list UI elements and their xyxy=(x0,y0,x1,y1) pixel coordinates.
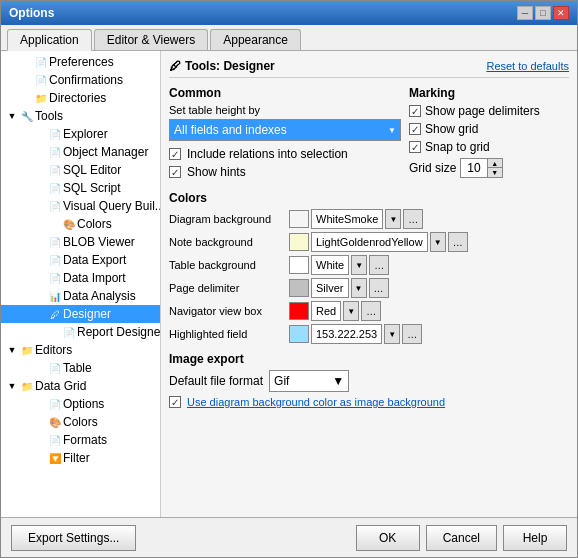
sidebar-item-editors[interactable]: ▼ 📁 Editors xyxy=(1,341,160,359)
help-button[interactable]: Help xyxy=(503,525,567,551)
show-page-delimiters-label[interactable]: Show page delimiters xyxy=(425,104,540,118)
set-table-height-dropdown[interactable]: All fields and indexes ▼ xyxy=(169,119,401,141)
color-row-navigator-view: Navigator view box Red ▼ … xyxy=(169,301,569,321)
window-controls: ─ □ ✕ xyxy=(517,6,569,20)
export-settings-button[interactable]: Export Settings... xyxy=(11,525,136,551)
set-table-height-row: All fields and indexes ▼ xyxy=(169,119,401,141)
dg-filter-icon: 🔽 xyxy=(47,450,63,466)
maximize-button[interactable]: □ xyxy=(535,6,551,20)
color-row-note-bg: Note background LightGoldenrodYellow ▼ … xyxy=(169,232,569,252)
sidebar-item-preferences[interactable]: 📄 Preferences xyxy=(1,53,160,71)
sidebar-item-data-import[interactable]: 📄 Data Import xyxy=(1,269,160,287)
highlighted-more-btn[interactable]: … xyxy=(402,324,422,344)
diagram-bg-color-row: WhiteSmoke ▼ … xyxy=(289,209,423,229)
spinner-down-button[interactable]: ▼ xyxy=(488,168,502,177)
dg-options-icon: 📄 xyxy=(47,396,63,412)
tools-icon: 🔧 xyxy=(19,108,35,124)
highlighted-swatch xyxy=(289,325,309,343)
note-bg-more-btn[interactable]: … xyxy=(448,232,468,252)
window-title: Options xyxy=(9,6,54,20)
sidebar-item-visual-query[interactable]: 📄 Visual Query Buil... xyxy=(1,197,160,215)
include-relations-checkbox[interactable] xyxy=(169,148,181,160)
expand-icon xyxy=(33,199,47,213)
navigator-view-more-btn[interactable]: … xyxy=(361,301,381,321)
grid-size-spinner[interactable]: 10 ▲ ▼ xyxy=(460,158,502,178)
options-window: Options ─ □ ✕ Application Editor & Viewe… xyxy=(0,0,578,558)
sidebar-item-data-grid[interactable]: ▼ 📁 Data Grid xyxy=(1,377,160,395)
content-title: 🖊 Tools: Designer xyxy=(169,59,275,73)
page-delim-value: Silver xyxy=(311,278,349,298)
navigator-view-dropdown-btn[interactable]: ▼ xyxy=(343,301,359,321)
include-relations-label[interactable]: Include relations into selection xyxy=(187,147,348,161)
table-bg-more-btn[interactable]: … xyxy=(369,255,389,275)
expand-icon xyxy=(33,253,47,267)
tab-appearance[interactable]: Appearance xyxy=(210,29,301,50)
snap-to-grid-label[interactable]: Snap to grid xyxy=(425,140,490,154)
diagram-bg-more-btn[interactable]: … xyxy=(403,209,423,229)
show-grid-label[interactable]: Show grid xyxy=(425,122,478,136)
close-button[interactable]: ✕ xyxy=(553,6,569,20)
show-hints-checkbox[interactable] xyxy=(169,166,181,178)
sidebar-item-sql-editor[interactable]: 📄 SQL Editor xyxy=(1,161,160,179)
sidebar: 📄 Preferences 📄 Confirmations 📁 Director… xyxy=(1,51,161,517)
sidebar-item-data-export[interactable]: 📄 Data Export xyxy=(1,251,160,269)
dropdown-arrow-icon: ▼ xyxy=(388,126,396,135)
page-delim-label: Page delimiter xyxy=(169,282,289,294)
grid-size-row: Grid size 10 ▲ ▼ xyxy=(409,158,569,178)
use-diagram-bg-label[interactable]: Use diagram background color as image ba… xyxy=(187,396,445,408)
highlighted-dropdown-btn[interactable]: ▼ xyxy=(384,324,400,344)
reset-defaults-link[interactable]: Reset to defaults xyxy=(486,60,569,72)
note-bg-dropdown-btn[interactable]: ▼ xyxy=(430,232,446,252)
sidebar-item-vq-colors[interactable]: 🎨 Colors xyxy=(1,215,160,233)
ok-button[interactable]: OK xyxy=(356,525,420,551)
show-hints-label[interactable]: Show hints xyxy=(187,165,246,179)
sidebar-item-data-analysis[interactable]: 📊 Data Analysis xyxy=(1,287,160,305)
image-export-section: Image export Default file format Gif ▼ U… xyxy=(169,352,569,408)
sidebar-item-dg-options[interactable]: 📄 Options xyxy=(1,395,160,413)
content-header: 🖊 Tools: Designer Reset to defaults xyxy=(169,59,569,78)
expand-icon xyxy=(19,91,33,105)
cancel-button[interactable]: Cancel xyxy=(426,525,497,551)
sidebar-item-dg-formats[interactable]: 📄 Formats xyxy=(1,431,160,449)
diagram-bg-dropdown-btn[interactable]: ▼ xyxy=(385,209,401,229)
expand-icon xyxy=(33,181,47,195)
data-grid-expand-icon: ▼ xyxy=(5,379,19,393)
sidebar-item-dg-filter[interactable]: 🔽 Filter xyxy=(1,449,160,467)
sidebar-item-table[interactable]: 📄 Table xyxy=(1,359,160,377)
colors-icon: 🎨 xyxy=(61,216,77,232)
color-row-page-delim: Page delimiter Silver ▼ … xyxy=(169,278,569,298)
sidebar-item-confirmations[interactable]: 📄 Confirmations xyxy=(1,71,160,89)
use-diagram-bg-checkbox[interactable] xyxy=(169,396,181,408)
sidebar-item-explorer[interactable]: 📄 Explorer xyxy=(1,125,160,143)
sidebar-item-sql-script[interactable]: 📄 SQL Script xyxy=(1,179,160,197)
sidebar-item-dg-colors[interactable]: 🎨 Colors xyxy=(1,413,160,431)
visual-query-icon: 📄 xyxy=(47,198,63,214)
tab-editor-viewers[interactable]: Editor & Viewers xyxy=(94,29,208,50)
sidebar-item-object-manager[interactable]: 📄 Object Manager xyxy=(1,143,160,161)
page-delim-dropdown-btn[interactable]: ▼ xyxy=(351,278,367,298)
common-marking-section: Common Set table height by All fields an… xyxy=(169,86,569,183)
footer-left: Export Settings... xyxy=(11,525,136,551)
show-grid-checkbox[interactable] xyxy=(409,123,421,135)
table-bg-dropdown-btn[interactable]: ▼ xyxy=(351,255,367,275)
page-delim-more-btn[interactable]: … xyxy=(369,278,389,298)
sidebar-item-report-designer[interactable]: 📄 Report Designer xyxy=(1,323,160,341)
sidebar-item-designer[interactable]: 🖊 Designer xyxy=(1,305,160,323)
sidebar-item-tools[interactable]: ▼ 🔧 Tools xyxy=(1,107,160,125)
snap-to-grid-checkbox[interactable] xyxy=(409,141,421,153)
color-row-highlighted: Highlighted field 153.222.253 ▼ … xyxy=(169,324,569,344)
navigator-view-color-row: Red ▼ … xyxy=(289,301,381,321)
table-bg-value: White xyxy=(311,255,349,275)
sidebar-item-blob-viewer[interactable]: 📄 BLOB Viewer xyxy=(1,233,160,251)
minimize-button[interactable]: ─ xyxy=(517,6,533,20)
confirmations-icon: 📄 xyxy=(33,72,49,88)
format-dropdown-arrow-icon: ▼ xyxy=(332,374,344,388)
tab-application[interactable]: Application xyxy=(7,29,92,51)
color-row-table-bg: Table background White ▼ … xyxy=(169,255,569,275)
spinner-up-button[interactable]: ▲ xyxy=(488,159,502,168)
show-page-delimiters-checkbox[interactable] xyxy=(409,105,421,117)
sidebar-item-directories[interactable]: 📁 Directories xyxy=(1,89,160,107)
common-section-title: Common xyxy=(169,86,401,100)
sql-editor-icon: 📄 xyxy=(47,162,63,178)
default-format-dropdown[interactable]: Gif ▼ xyxy=(269,370,349,392)
